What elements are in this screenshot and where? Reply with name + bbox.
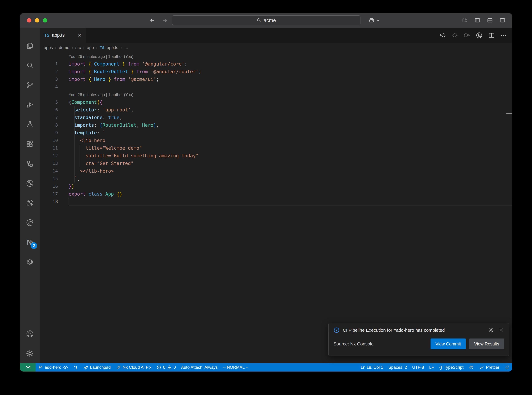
history-forward-icon[interactable] <box>162 17 168 23</box>
line-number[interactable]: 17 <box>40 190 69 198</box>
history-back-icon[interactable] <box>149 17 155 23</box>
more-actions-icon[interactable]: ⋯ <box>500 32 507 39</box>
breadcrumb-item[interactable]: src <box>75 45 81 50</box>
code-row[interactable]: 3import { Hero } from '@acme/ui'; <box>40 76 512 83</box>
vim-mode-status[interactable]: -- NORMAL -- <box>220 363 251 372</box>
commit-graph-icon[interactable] <box>476 32 483 39</box>
code-row[interactable]: 12 subtitle="Build something amazing tod… <box>40 152 512 159</box>
encoding-status[interactable]: UTF-8 <box>409 363 427 372</box>
activity-explorer[interactable] <box>20 36 40 56</box>
line-number[interactable]: 3 <box>40 76 69 83</box>
line-number[interactable]: 2 <box>40 68 69 76</box>
breadcrumb-file[interactable]: app.ts <box>107 45 118 50</box>
code-row[interactable]: 14 ></lib-hero> <box>40 167 512 175</box>
activity-gitlens-inspect[interactable] <box>20 174 40 193</box>
customize-layout-icon[interactable] <box>462 17 468 23</box>
close-tab-icon[interactable]: × <box>78 32 81 38</box>
formatter-status[interactable]: Prettier <box>477 363 502 372</box>
line-number[interactable]: 13 <box>40 159 69 167</box>
activity-gitlens-search[interactable] <box>20 193 40 213</box>
code-row[interactable]: 4 <box>40 83 512 91</box>
code-row[interactable]: 16}) <box>40 182 512 190</box>
line-number[interactable]: 11 <box>40 144 69 152</box>
line-number[interactable] <box>40 91 69 99</box>
copilot-status[interactable] <box>466 363 477 372</box>
line-number[interactable]: 12 <box>40 152 69 159</box>
activity-edge-tools[interactable] <box>20 213 40 232</box>
code-editor[interactable]: You, 26 minutes ago | 1 author (You)1imp… <box>40 53 512 363</box>
code-row[interactable]: 2import { RouterOutlet } from '@angular/… <box>40 68 512 76</box>
code-row[interactable]: 1import { Component } from '@angular/cor… <box>40 60 512 68</box>
codelens-row[interactable]: You, 26 minutes ago | 1 author (You) <box>40 91 512 99</box>
line-number[interactable]: 4 <box>40 83 69 91</box>
activity-testing[interactable] <box>20 115 40 134</box>
line-number[interactable] <box>40 53 69 60</box>
zoom-window-button[interactable] <box>43 18 47 23</box>
code-row[interactable]: 8 imports: [RouterOutlet, Hero], <box>40 121 512 129</box>
notification-close-icon[interactable] <box>499 327 504 333</box>
line-number[interactable]: 5 <box>40 99 69 106</box>
line-number[interactable]: 18 <box>40 198 69 205</box>
auto-attach-status[interactable]: Auto Attach: Always <box>178 363 220 372</box>
command-center-search[interactable]: acme <box>172 15 360 25</box>
line-number[interactable]: 7 <box>40 114 69 121</box>
problems-status[interactable]: 0 0 <box>154 363 178 372</box>
line-number[interactable]: 9 <box>40 129 69 137</box>
line-number[interactable]: 16 <box>40 182 69 190</box>
next-change-icon[interactable] <box>463 32 470 38</box>
indentation-status[interactable]: Spaces: 2 <box>386 363 409 372</box>
tab-app-ts[interactable]: TS app.ts × <box>40 28 86 43</box>
cursor-position-status[interactable]: Ln 18, Col 1 <box>358 363 386 372</box>
line-number[interactable]: 14 <box>40 167 69 175</box>
code-row[interactable]: 9 template: ` <box>40 129 512 137</box>
code-row[interactable]: 18 <box>40 198 512 205</box>
line-number[interactable]: 8 <box>40 121 69 129</box>
minimize-window-button[interactable] <box>35 18 39 23</box>
editor-scrollbar[interactable] <box>506 53 512 363</box>
eol-status[interactable]: LF <box>427 363 437 372</box>
codelens-row[interactable]: You, 26 minutes ago | 1 author (You) <box>40 53 512 60</box>
activity-project-hierarchy[interactable] <box>20 154 40 174</box>
git-compare-status[interactable] <box>71 363 81 372</box>
toggle-primary-sidebar-icon[interactable] <box>474 17 481 23</box>
close-window-button[interactable] <box>27 18 31 23</box>
code-row[interactable]: 10 <lib-hero <box>40 137 512 144</box>
code-row[interactable]: 13 cta="Get Started" <box>40 159 512 167</box>
line-number[interactable]: 10 <box>40 137 69 144</box>
code-row[interactable]: 7 standalone: true, <box>40 114 512 121</box>
language-status[interactable]: {} TypeScript <box>437 363 466 372</box>
breadcrumb-item[interactable]: demo <box>59 45 69 50</box>
view-results-button[interactable]: View Results <box>469 339 504 349</box>
toggle-panel-icon[interactable] <box>487 17 493 23</box>
line-number[interactable]: 15 <box>40 175 69 182</box>
nav-back-icon[interactable] <box>439 32 446 38</box>
activity-accounts[interactable] <box>20 324 40 344</box>
remote-indicator[interactable]: >< <box>20 363 36 372</box>
copilot-menu[interactable] <box>368 17 380 24</box>
nx-cloud-status[interactable]: Nx Cloud AI Fix <box>113 363 154 372</box>
toggle-secondary-sidebar-icon[interactable] <box>499 17 505 23</box>
breadcrumb-item[interactable]: app <box>87 45 94 50</box>
view-commit-button[interactable]: View Commit <box>430 339 466 349</box>
activity-nx-console[interactable]: N› 2 <box>20 232 40 252</box>
activity-search[interactable] <box>20 56 40 75</box>
activity-extensions[interactable] <box>20 134 40 154</box>
split-editor-icon[interactable] <box>488 32 495 38</box>
prev-change-icon[interactable] <box>451 32 458 38</box>
activity-containers[interactable] <box>20 252 40 272</box>
activity-settings[interactable] <box>20 344 40 363</box>
code-row[interactable]: 17export class App {} <box>40 190 512 198</box>
breadcrumb-overflow[interactable]: … <box>124 45 128 50</box>
code-row[interactable]: 5@Component({ <box>40 99 512 106</box>
code-row[interactable]: 15 `, <box>40 175 512 182</box>
line-number[interactable]: 1 <box>40 60 69 68</box>
activity-source-control[interactable] <box>20 75 40 95</box>
line-number[interactable]: 6 <box>40 106 69 114</box>
launchpad-status[interactable]: Launchpad <box>81 363 113 372</box>
activity-run-debug[interactable] <box>20 95 40 115</box>
git-branch-status[interactable]: add-hero <box>36 363 71 372</box>
notification-settings-icon[interactable] <box>488 327 494 333</box>
notifications-bell[interactable] <box>502 363 512 372</box>
code-row[interactable]: 11 title="Welcmoe demo" <box>40 144 512 152</box>
breadcrumb-item[interactable]: apps <box>44 45 53 50</box>
